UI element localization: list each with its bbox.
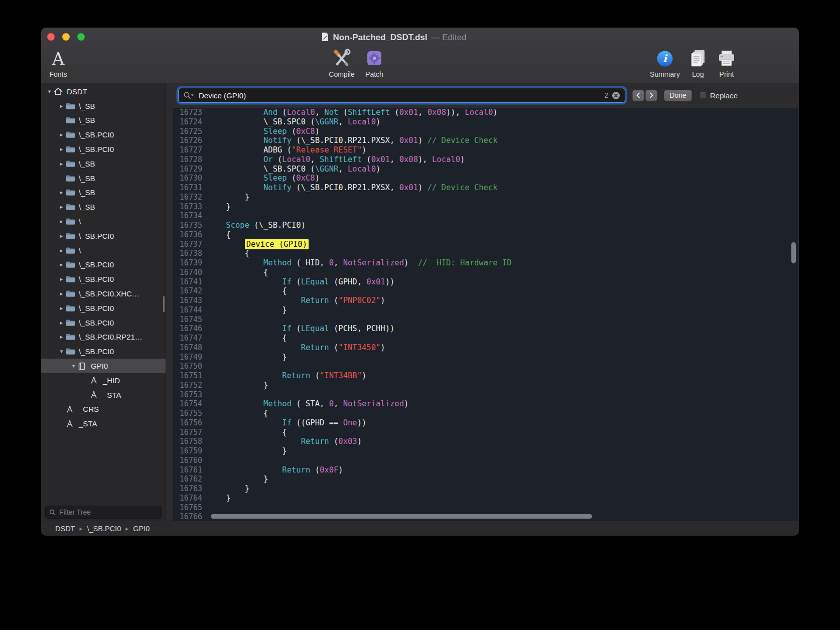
code-line[interactable]: 16754 Method (_STA, 0, NotSerialized) — [173, 399, 798, 409]
code-line[interactable]: 16731 Notify (\_SB.PCI0.RP21.PXSX, 0x01)… — [173, 183, 798, 193]
code-line[interactable]: 16758 Return (0x03) — [173, 437, 798, 446]
code-line[interactable]: 16751 Return ("INT34BB") — [173, 371, 798, 381]
disclosure-triangle-icon[interactable]: ▸ — [57, 320, 66, 326]
code-line[interactable]: 16724 \_SB.SPC0 (\GGNR, Local0) — [173, 117, 798, 127]
tree-item-sb[interactable]: \_SB — [41, 171, 166, 186]
tree-item-sb-pci0[interactable]: ▸\_SB.PCI0 — [41, 316, 166, 330]
breadcrumb-item-gpi0[interactable]: GPI0 — [133, 525, 150, 533]
code-line[interactable]: 16756 If ((GPHD == One)) — [173, 418, 798, 428]
disclosure-triangle-icon[interactable]: ▾ — [45, 88, 54, 95]
tree-item-sb[interactable]: ▸\_SB — [41, 186, 166, 200]
code-line[interactable]: 16728 Or (Local0, ShiftLeft (0x01, 0x08)… — [173, 155, 798, 165]
breadcrumb-item-sb-pci0[interactable]: \_SB.PCI0 — [87, 525, 121, 533]
code-editor[interactable]: 16723 And (Local0, Not (ShiftLeft (0x01,… — [173, 108, 798, 521]
tree-item-sb-pci0[interactable]: ▸\_SB.PCI0 — [41, 301, 166, 316]
filter-tree-field[interactable] — [45, 506, 162, 519]
code-line[interactable]: 16743 Return ("PNP0C02") — [173, 296, 798, 305]
tree-item-hid[interactable]: _HID — [41, 373, 166, 388]
code-line[interactable]: 16740 { — [173, 268, 798, 277]
find-previous-button[interactable] — [632, 90, 644, 101]
disclosure-triangle-icon[interactable]: ▸ — [57, 261, 66, 268]
disclosure-triangle-icon[interactable]: ▸ — [57, 233, 66, 239]
patch-button[interactable]: Patch — [358, 47, 390, 78]
disclosure-triangle-icon[interactable]: ▸ — [57, 218, 66, 225]
disclosure-triangle-icon[interactable]: ▸ — [57, 204, 66, 210]
code-line[interactable]: 16749 } — [173, 353, 798, 362]
code-line[interactable]: 16761 Return (0x0F) — [173, 465, 798, 475]
disclosure-triangle-icon[interactable]: ▸ — [57, 247, 66, 254]
tree-item-[interactable]: ▸\ — [41, 214, 166, 229]
tree-item-sb-pci0[interactable]: ▸\_SB.PCI0 — [41, 258, 166, 272]
disclosure-triangle-icon[interactable]: ▸ — [57, 305, 66, 311]
summary-button[interactable]: i Summary — [649, 47, 681, 78]
disclosure-triangle-icon[interactable]: ▸ — [57, 290, 66, 297]
code-line[interactable]: 16726 Notify (\_SB.PCI0.RP21.PXSX, 0x01)… — [173, 136, 798, 145]
code-line[interactable]: 16737 Device (GPI0) — [173, 240, 798, 249]
code-line[interactable]: 16734 — [173, 211, 798, 221]
tree-item-sta[interactable]: _STA — [41, 416, 166, 431]
code-line[interactable]: 16735 Scope (\_SB.PCI0) — [173, 221, 798, 230]
disclosure-triangle-icon[interactable]: ▸ — [57, 334, 66, 340]
disclosure-triangle-icon[interactable]: ▸ — [57, 146, 66, 152]
search-icon[interactable] — [183, 91, 194, 99]
titlebar[interactable]: Non-Patched_DSDT.dsl — Edited — [41, 28, 799, 47]
tree-item-sb-pci0-rp21[interactable]: ▸\_SB.PCI0.RP21… — [41, 330, 166, 345]
code-line[interactable]: 16760 — [173, 456, 798, 465]
tree-item-gpi0[interactable]: ▾GPI0 — [41, 359, 166, 373]
find-next-button[interactable] — [645, 90, 657, 101]
code-line[interactable]: 16750 — [173, 362, 798, 371]
code-line[interactable]: 16739 Method (_HID, 0, NotSerialized) //… — [173, 258, 798, 268]
disclosure-triangle-icon[interactable]: ▸ — [57, 276, 66, 282]
horizontal-scrollbar-thumb[interactable] — [211, 514, 592, 519]
log-button[interactable]: Log — [684, 47, 712, 78]
tree-item-sb[interactable]: ▸\_SB — [41, 99, 166, 113]
code-line[interactable]: 16753 — [173, 390, 798, 400]
tree-item-sb[interactable]: ▸\_SB — [41, 200, 166, 214]
code-line[interactable]: 16764 } — [173, 494, 798, 503]
code-line[interactable]: 16725 Sleep (0xC8) — [173, 127, 798, 136]
code-line[interactable]: 16741 If (LEqual (GPHD, 0x01)) — [173, 277, 798, 287]
code-line[interactable]: 16746 If (LEqual (PCHS, PCHH)) — [173, 324, 798, 334]
code-line[interactable]: 16738 { — [173, 249, 798, 258]
code-line[interactable]: 16744 } — [173, 305, 798, 315]
fonts-button[interactable]: A Fonts — [42, 47, 74, 78]
code-line[interactable]: 16736 { — [173, 230, 798, 240]
print-button[interactable]: Print — [713, 47, 741, 78]
vertical-scrollbar-thumb[interactable] — [791, 242, 796, 263]
code-line[interactable]: 16732 } — [173, 193, 798, 202]
tree-item-sb-pci0[interactable]: ▾\_SB.PCI0 — [41, 344, 166, 359]
code-line[interactable]: 16723 And (Local0, Not (ShiftLeft (0x01,… — [173, 108, 798, 117]
disclosure-triangle-icon[interactable]: ▸ — [57, 161, 66, 167]
tree-item-sb[interactable]: \_SB — [41, 113, 166, 128]
tree-item-dsdt[interactable]: ▾DSDT — [41, 84, 166, 99]
code-line[interactable]: 16745 — [173, 315, 798, 325]
disclosure-triangle-icon[interactable]: ▾ — [57, 348, 66, 355]
tree-item-sb[interactable]: ▸\_SB — [41, 156, 166, 171]
sidebar-scrollbar[interactable] — [163, 296, 165, 312]
find-field[interactable]: 2 — [178, 88, 625, 103]
code-line[interactable]: 16757 { — [173, 428, 798, 437]
tree-item-sb-pci0[interactable]: ▸\_SB.PCI0 — [41, 272, 166, 286]
code-line[interactable]: 16759 } — [173, 446, 798, 456]
replace-checkbox[interactable] — [699, 92, 707, 99]
breadcrumb-item-dsdt[interactable]: DSDT — [55, 525, 75, 533]
code-line[interactable]: 16747 { — [173, 334, 798, 343]
done-button[interactable]: Done — [664, 90, 692, 101]
disclosure-triangle-icon[interactable]: ▸ — [57, 189, 66, 196]
compile-button[interactable]: Compile — [326, 47, 358, 78]
filter-tree-input[interactable] — [58, 508, 158, 517]
tree-item-sb-pci0[interactable]: ▸\_SB.PCI0 — [41, 229, 166, 243]
tree-item-sta[interactable]: _STA — [41, 388, 166, 402]
tree-item-sb-pci0[interactable]: ▸\_SB.PCI0 — [41, 142, 166, 156]
tree-item-sb-pci0-xhc[interactable]: ▸\_SB.PCI0.XHC… — [41, 286, 166, 301]
code-line[interactable]: 16729 \_SB.SPC0 (\GGNR, Local0) — [173, 165, 798, 174]
code-line[interactable]: 16727 ADBG ("Release RESET") — [173, 145, 798, 155]
disclosure-triangle-icon[interactable]: ▾ — [69, 363, 78, 369]
code-line[interactable]: 16748 Return ("INT3450") — [173, 343, 798, 353]
code-line[interactable]: 16762 } — [173, 475, 798, 484]
code-line[interactable]: 16752 } — [173, 381, 798, 390]
tree-item-crs[interactable]: _CRS — [41, 402, 166, 417]
clear-search-icon[interactable] — [612, 91, 620, 100]
tree-item-sb-pci0[interactable]: ▸\_SB.PCI0 — [41, 127, 166, 142]
code-line[interactable]: 16742 { — [173, 286, 798, 296]
